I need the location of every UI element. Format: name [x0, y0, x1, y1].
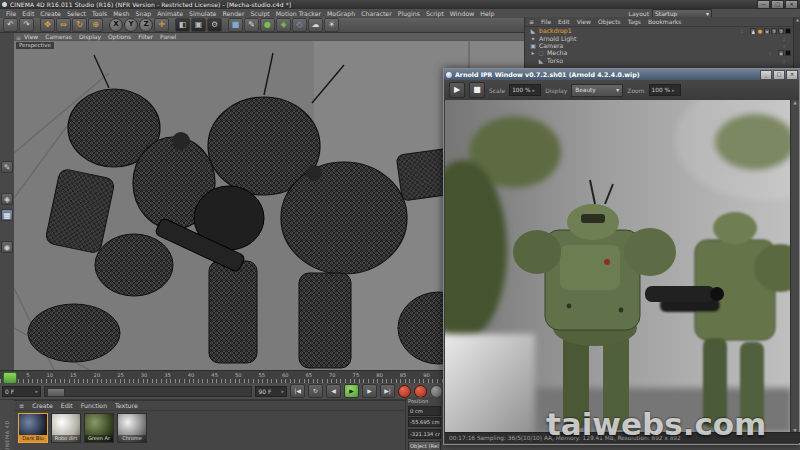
om-menu-edit[interactable]: Edit: [558, 18, 570, 25]
lock-x-axis-button[interactable]: X: [109, 18, 123, 32]
menu-create[interactable]: Create: [40, 10, 61, 17]
stepper-icon[interactable]: ▸: [35, 388, 38, 394]
ipr-stop-button[interactable]: ■: [469, 82, 485, 98]
lock-z-axis-button[interactable]: Z: [139, 18, 153, 32]
render-view-icon[interactable]: ◧: [175, 18, 190, 32]
menu-animate[interactable]: Animate: [157, 10, 183, 17]
render-settings-icon[interactable]: ⚙: [207, 18, 222, 32]
record-keyframe-button[interactable]: [398, 385, 411, 398]
viewport-grip-icon[interactable]: ≡: [16, 34, 21, 41]
menu-mesh[interactable]: Mesh: [113, 10, 129, 17]
lock-y-axis-button[interactable]: Y: [124, 18, 138, 32]
menu-script[interactable]: Script: [426, 10, 444, 17]
ipr-maximize-button[interactable]: □: [773, 70, 785, 80]
add-environment-icon[interactable]: ☁: [308, 18, 323, 32]
goto-end-button[interactable]: ▶|: [380, 384, 395, 398]
menu-motion-tracker[interactable]: Motion Tracker: [276, 10, 321, 17]
position-y-field[interactable]: -55.695 cm: [408, 417, 441, 427]
viewport-menu-view[interactable]: View: [24, 33, 38, 40]
close-button[interactable]: ✕: [785, 0, 798, 9]
mat-menu-create[interactable]: Create: [32, 402, 53, 409]
object-manager-scrollbar[interactable]: ▲ ▼: [793, 17, 800, 72]
current-frame-field[interactable]: 0 F ▸: [2, 386, 41, 397]
menu-select[interactable]: Select: [67, 10, 86, 17]
ipr-display-dropdown[interactable]: Beauty ▾: [571, 84, 623, 97]
object-row-arnold-light[interactable]: ✦ Arnold Light :: [525, 34, 800, 41]
stepper-icon[interactable]: ▸: [281, 388, 284, 394]
scroll-up-icon[interactable]: ▲: [796, 17, 799, 22]
menu-help[interactable]: Help: [480, 10, 494, 17]
character-tag-icon[interactable]: ♟: [750, 28, 756, 34]
viewport-camera-label[interactable]: Perspective: [16, 42, 54, 49]
render-picture-viewer-icon[interactable]: ▣: [191, 18, 206, 32]
om-menu-view[interactable]: View: [577, 18, 591, 25]
ipr-close-button[interactable]: ✕: [786, 70, 798, 80]
menu-file[interactable]: File: [6, 10, 16, 17]
object-row-backdrop1[interactable]: ◣ backdrop1 : ♟ ● ✕ ? ?: [525, 27, 800, 34]
snap-toggle-icon[interactable]: ◉: [1, 241, 13, 253]
mat-menu-edit[interactable]: Edit: [61, 402, 73, 409]
stepper-icon[interactable]: ▸: [672, 86, 675, 95]
scale-tool-icon[interactable]: ⇔: [56, 18, 71, 32]
loop-mode-button[interactable]: ↻: [308, 384, 323, 398]
texture-tag-icon[interactable]: ?: [771, 28, 777, 34]
add-generator-icon[interactable]: ●: [260, 18, 275, 32]
ipr-scale-field[interactable]: 100 % ▸: [509, 84, 541, 96]
position-x-field[interactable]: 0 cm: [408, 406, 441, 416]
om-menu-bookmarks[interactable]: Bookmarks: [648, 18, 682, 25]
stepper-icon[interactable]: ▸: [533, 86, 536, 95]
model-mode-icon[interactable]: ◈: [1, 193, 13, 205]
menu-character[interactable]: Character: [361, 10, 392, 17]
layer-dots-icon[interactable]: :: [783, 57, 785, 64]
mat-grip-icon[interactable]: ≡: [19, 402, 24, 409]
arnold-ipr-window[interactable]: Arnold IPR Window v0.7.2.sh01 (Arnold 4.…: [443, 68, 800, 445]
play-button[interactable]: ▶: [344, 384, 359, 398]
slider-handle[interactable]: [47, 388, 65, 397]
move-tool-icon[interactable]: ✥: [40, 18, 55, 32]
viewport-menu-panel[interactable]: Panel: [160, 33, 176, 40]
add-spline-icon[interactable]: ✎: [244, 18, 259, 32]
layer-dots-icon[interactable]: :: [783, 35, 785, 42]
last-tool-icon[interactable]: ⊕: [88, 18, 103, 32]
previous-frame-button[interactable]: ◀: [326, 384, 341, 398]
om-menu-objects[interactable]: Objects: [598, 18, 621, 25]
texture-tag2-icon[interactable]: ?: [778, 28, 784, 34]
viewport-menu-display[interactable]: Display: [79, 33, 101, 40]
autokey-button[interactable]: [414, 385, 427, 398]
layer-dots-icon[interactable]: :: [741, 27, 743, 34]
workplane-mode-icon[interactable]: ▦: [1, 209, 13, 221]
om-grip-icon[interactable]: ≡: [529, 18, 534, 25]
menu-mograph[interactable]: MoGraph: [327, 10, 355, 17]
material-robo-dirt[interactable]: Robo dirt: [51, 413, 81, 443]
ipr-zoom-field[interactable]: 100 % ▸: [649, 84, 681, 96]
ipr-scrollbar[interactable]: ▲ ▼: [790, 100, 799, 433]
viewport-menu-filter[interactable]: Filter: [138, 33, 153, 40]
ipr-minimize-button[interactable]: _: [760, 70, 772, 80]
menu-plugins[interactable]: Plugins: [398, 10, 420, 17]
menu-snap[interactable]: Snap: [136, 10, 152, 17]
xref-tag-icon[interactable]: ✕: [778, 50, 784, 56]
add-cube-icon[interactable]: ■: [228, 18, 243, 32]
coordinate-mode-dropdown[interactable]: Object (Rel: [408, 441, 441, 450]
material-chrome[interactable]: Chrome: [117, 413, 147, 443]
selection-tag-icon[interactable]: ●: [757, 28, 763, 34]
viewport-menu-options[interactable]: Options: [108, 33, 131, 40]
menu-window[interactable]: Window: [450, 10, 474, 17]
expand-icon[interactable]: ▸: [529, 49, 537, 56]
minimize-button[interactable]: —: [757, 0, 770, 9]
add-deformer-icon[interactable]: ◇: [292, 18, 307, 32]
viewport-menu-cameras[interactable]: Cameras: [45, 33, 72, 40]
goto-start-button[interactable]: |◀: [290, 384, 305, 398]
ipr-play-button[interactable]: ▶: [449, 82, 465, 98]
material-swatch-icon[interactable]: [785, 50, 791, 56]
position-z-field[interactable]: -321.134 cm: [408, 429, 441, 439]
maximize-button[interactable]: □: [771, 0, 784, 9]
end-frame-field[interactable]: 90 F ▸: [255, 386, 287, 397]
add-light-icon[interactable]: ☀: [324, 18, 339, 32]
object-row-mecha[interactable]: ▸ ◌ Mecha : ✕: [525, 49, 800, 56]
object-row-camera[interactable]: ▣ Camera :: [525, 42, 800, 49]
rotate-tool-icon[interactable]: ↻: [72, 18, 87, 32]
layer-dots-icon[interactable]: :: [769, 49, 771, 56]
add-mograph-icon[interactable]: ◈: [276, 18, 291, 32]
menu-tools[interactable]: Tools: [92, 10, 107, 17]
